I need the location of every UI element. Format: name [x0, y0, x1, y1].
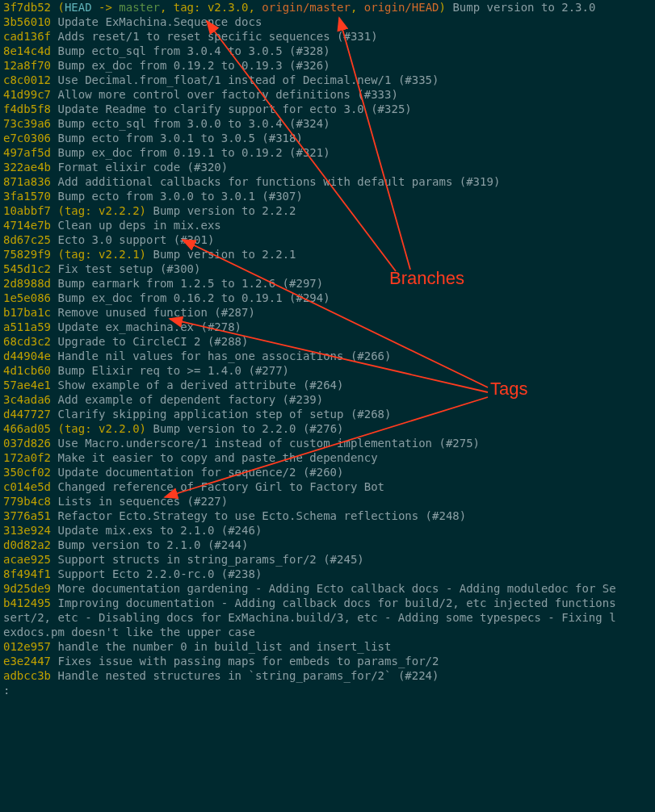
git-log-row[interactable]: 037d826 Use Macro.underscore/1 instead o… — [3, 436, 652, 450]
commit-message: Show example of a derived attribute (#26… — [57, 379, 343, 391]
git-log-row[interactable]: 4d1cb60 Bump Elixir req to >= 1.4.0 (#27… — [3, 363, 652, 378]
git-log-row[interactable]: 779b4c8 Lists in sequences (#227) — [3, 494, 652, 509]
git-log-row[interactable]: d0d82a2 Bump version to 2.1.0 (#244) — [3, 538, 652, 552]
git-log-row[interactable]: d44904e Handle nil values for has_one as… — [3, 349, 652, 363]
commit-hash[interactable]: 8d67c25 — [3, 233, 51, 246]
git-log-row[interactable]: 313e924 Update mix.exs to 2.1.0 (#246) — [3, 523, 652, 538]
git-log-row[interactable]: 8f494f1 Support Ecto 2.2.0-rc.0 (#238) — [3, 567, 652, 581]
commit-message: Update mix.exs to 2.1.0 (#246) — [57, 524, 262, 537]
git-log-row[interactable]: 172a0f2 Make it easier to copy and paste… — [3, 450, 652, 465]
commit-hash[interactable]: 68cd3c2 — [3, 335, 51, 348]
ref-comma: , — [160, 1, 174, 14]
commit-hash[interactable]: 8f494f1 — [3, 567, 51, 580]
git-log-row[interactable]: 3fa1570 Bump ecto from 3.0.0 to 3.0.1 (#… — [3, 189, 652, 203]
commit-hash[interactable]: d447727 — [3, 408, 51, 421]
commit-hash[interactable]: 1e5e086 — [3, 291, 51, 304]
git-log-row[interactable]: 9d25de9 More documentation gardening - A… — [3, 581, 652, 596]
commit-hash[interactable]: 2d8988d — [3, 277, 51, 290]
git-log-row[interactable]: d447727 Clarify skipping application ste… — [3, 407, 652, 421]
git-log-row[interactable]: 350cf02 Update documentation for sequenc… — [3, 465, 652, 479]
commit-hash[interactable]: 466ad05 — [3, 422, 51, 435]
commit-hash[interactable]: adbcc3b — [3, 669, 51, 682]
commit-hash[interactable]: cad136f — [3, 30, 51, 43]
commit-hash[interactable]: 497af5d — [3, 146, 51, 159]
git-log-row[interactable]: 73c39a6 Bump ecto_sql from 3.0.0 to 3.0.… — [3, 116, 652, 131]
commit-hash[interactable]: 3f7db52 — [3, 1, 51, 14]
commit-hash[interactable]: c014e5d — [3, 480, 51, 493]
git-log-row[interactable]: adbcc3b Handle nested structures in `str… — [3, 668, 652, 683]
commit-hash[interactable]: 3b56010 — [3, 15, 51, 28]
git-log-row[interactable]: e3e2447 Fixes issue with passing maps fo… — [3, 654, 652, 668]
git-log-row[interactable]: 8e14c4d Bump ecto_sql from 3.0.4 to 3.0.… — [3, 44, 652, 58]
git-log-row[interactable]: acae925 Support structs in string_params… — [3, 552, 652, 567]
commit-hash[interactable]: 9d25de9 — [3, 582, 51, 595]
git-log-row[interactable]: 57ae4e1 Show example of a derived attrib… — [3, 378, 652, 392]
commit-hash[interactable]: 41d99c7 — [3, 88, 51, 101]
git-log-row[interactable]: 8d67c25 Ecto 3.0 support (#301) — [3, 232, 652, 247]
git-log-row[interactable]: 871a836 Add additional callbacks for fun… — [3, 174, 652, 189]
commit-hash[interactable]: 322ae4b — [3, 161, 51, 174]
git-log-row[interactable]: 4714e7b Clean up deps in mix.exs — [3, 218, 652, 232]
git-log-row[interactable]: 3c4ada6 Add example of dependent factory… — [3, 392, 652, 407]
commit-hash[interactable]: acae925 — [3, 553, 51, 566]
commit-hash[interactable]: e3e2447 — [3, 655, 51, 668]
git-log-row[interactable]: b17ba1c Remove unused function (#287) — [3, 305, 652, 320]
commit-hash[interactable]: 350cf02 — [3, 466, 51, 479]
commit-hash[interactable]: 313e924 — [3, 524, 51, 537]
git-log-row[interactable]: 1e5e086 Bump ex_doc from 0.16.2 to 0.19.… — [3, 291, 652, 305]
commit-hash[interactable]: 4714e7b — [3, 219, 51, 232]
commit-hash[interactable]: 8e14c4d — [3, 44, 51, 57]
pager-prompt[interactable]: : — [3, 683, 652, 697]
git-log-row[interactable]: 68cd3c2 Upgrade to CircleCI 2 (#288) — [3, 334, 652, 349]
commit-hash[interactable]: b17ba1c — [3, 306, 51, 319]
ref-comma: , — [248, 1, 262, 14]
git-log-row[interactable]: c8c0012 Use Decimal.from_float/1 instead… — [3, 73, 652, 87]
commit-hash[interactable]: 12a8f70 — [3, 59, 51, 72]
git-log-row[interactable]: e7c0306 Bump ecto from 3.0.1 to 3.0.5 (#… — [3, 131, 652, 145]
git-log-row[interactable]: 75829f9 (tag: v2.2.1) Bump version to 2.… — [3, 247, 652, 262]
git-log-row[interactable]: c014e5d Changed reference of Factory Gir… — [3, 479, 652, 494]
commit-hash[interactable]: 172a0f2 — [3, 451, 51, 464]
git-log-row[interactable]: 2d8988d Bump earmark from 1.2.5 to 1.2.6… — [3, 276, 652, 291]
git-log-row[interactable]: 466ad05 (tag: v2.2.0) Bump version to 2.… — [3, 421, 652, 436]
commit-hash[interactable]: 545d1c2 — [3, 262, 51, 275]
git-log-row[interactable]: 3f7db52 (HEAD -> master, tag: v2.3.0, or… — [3, 0, 652, 15]
commit-hash[interactable]: d44904e — [3, 349, 51, 362]
commit-hash[interactable]: b412495 — [3, 596, 51, 609]
git-log-row[interactable]: cad136f Adds reset/1 to reset specific s… — [3, 29, 652, 44]
commit-hash[interactable]: 75829f9 — [3, 248, 51, 261]
commit-hash[interactable]: e7c0306 — [3, 132, 51, 144]
commit-hash[interactable]: a511a59 — [3, 320, 51, 333]
commit-hash[interactable]: 012e957 — [3, 640, 51, 653]
git-log-row[interactable]: b412495 Improving documentation - Adding… — [3, 596, 652, 610]
git-log-row[interactable]: f4db5f8 Update Readme to clarify support… — [3, 102, 652, 116]
git-log-row[interactable]: a511a59 Update ex_machina.ex (#278) — [3, 320, 652, 334]
commit-hash[interactable]: 57ae4e1 — [3, 379, 51, 391]
git-log-row[interactable]: 497af5d Bump ex_doc from 0.19.1 to 0.19.… — [3, 145, 652, 160]
commit-hash[interactable]: 871a836 — [3, 175, 51, 188]
commit-hash[interactable]: 4d1cb60 — [3, 364, 51, 377]
commit-hash[interactable]: 3fa1570 — [3, 190, 51, 203]
commit-hash[interactable]: 73c39a6 — [3, 117, 51, 130]
commit-hash[interactable]: 10abbf7 — [3, 204, 51, 217]
commit-hash[interactable]: 779b4c8 — [3, 495, 51, 508]
commit-message: Bump ex_doc from 0.16.2 to 0.19.1 (#294) — [57, 291, 330, 304]
commit-hash[interactable]: 3c4ada6 — [3, 393, 51, 406]
git-log-row[interactable]: 41d99c7 Allow more control over factory … — [3, 87, 652, 102]
commit-message: Allow more control over factory definiti… — [57, 88, 397, 101]
commit-message: Adds reset/1 to reset specific sequences… — [57, 30, 377, 43]
git-log-row[interactable]: 322ae4b Format elixir code (#320) — [3, 160, 652, 174]
git-log-row[interactable]: 012e957 handle the number 0 in build_lis… — [3, 639, 652, 654]
git-log-row[interactable]: 10abbf7 (tag: v2.2.2) Bump version to 2.… — [3, 203, 652, 218]
commit-hash[interactable]: c8c0012 — [3, 73, 51, 86]
git-log-row[interactable]: 545d1c2 Fix test setup (#300) — [3, 262, 652, 276]
commit-hash[interactable]: d0d82a2 — [3, 538, 51, 551]
git-log-row[interactable]: 3b56010 Update ExMachina.Sequence docs — [3, 15, 652, 29]
commit-message: Use Decimal.from_float/1 instead of Deci… — [57, 73, 439, 86]
git-log-row[interactable]: 3776a51 Refactor Ecto.Strategy to use Ec… — [3, 509, 652, 523]
commit-hash[interactable]: 037d826 — [3, 437, 51, 450]
commit-message: Add example of dependent factory (#239) — [57, 393, 323, 406]
git-log-row[interactable]: 12a8f70 Bump ex_doc from 0.19.2 to 0.19.… — [3, 58, 652, 73]
commit-hash[interactable]: f4db5f8 — [3, 103, 51, 115]
commit-hash[interactable]: 3776a51 — [3, 509, 51, 522]
